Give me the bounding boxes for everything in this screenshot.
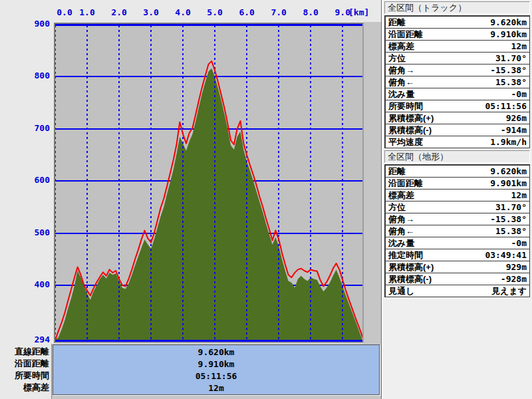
stat-label: 沈み量 — [388, 237, 414, 249]
stats-rows: 距離9.620km沿面距離9.901km標高差12m方位31.70°俯角→-15… — [384, 164, 530, 297]
summary-row-label: 直線距離 — [0, 346, 49, 358]
stat-value: 929m — [506, 262, 527, 272]
y-axis-tick-label: 600 — [0, 175, 50, 185]
stat-row: 沈み量-0m — [386, 88, 529, 100]
y-axis-tick-label: 700 — [0, 123, 50, 133]
elevation-profile-chart — [55, 24, 362, 342]
stat-row: 推定時間03:49:41 — [386, 249, 529, 261]
stats-section-title: 全区間（トラック） — [384, 1, 530, 14]
summary-panel: 9.620km9.910km05:11:5612m — [53, 344, 380, 395]
x-axis-tick-label: 7.0 — [271, 7, 286, 17]
chart-gutter — [364, 22, 382, 399]
summary-row-value: 12m — [53, 383, 379, 395]
stats-rows: 距離9.620km沿面距離9.910km標高差12m方位31.70°俯角→-15… — [384, 15, 530, 148]
stat-label: 沈み量 — [388, 88, 414, 100]
x-axis-tick-label: 8.0 — [303, 7, 318, 17]
stat-value: -928m — [501, 274, 527, 284]
stat-row: 累積標高(-)-928m — [386, 273, 529, 285]
stat-value: 12m — [511, 41, 527, 51]
stat-row: 方位31.70° — [386, 53, 529, 65]
stat-value: 9.901km — [490, 178, 527, 188]
stat-label: 沿面距離 — [388, 29, 423, 41]
stat-row: 平均速度1.9km/h — [386, 136, 529, 148]
stat-row: 標高差12m — [386, 41, 529, 53]
stat-value: 03:49:41 — [485, 250, 527, 260]
vertical-divider — [51, 344, 52, 399]
y-axis-tick-label: 400 — [0, 279, 50, 289]
stat-value: 31.70° — [495, 202, 527, 212]
stat-label: 俯角→ — [388, 65, 414, 76]
summary-row-value: 9.910km — [53, 359, 379, 371]
stat-value: 1.9km/h — [490, 137, 527, 147]
stat-label: 距離 — [388, 166, 406, 178]
x-axis-unit-label: [km] — [348, 7, 369, 17]
stat-row: 距離9.620km — [386, 166, 529, 178]
stat-label: 推定時間 — [388, 249, 423, 261]
stat-row: 距離9.620km — [386, 17, 529, 29]
elevation-profile-plot[interactable] — [54, 23, 364, 343]
stat-value: 926m — [506, 113, 527, 123]
stat-label: 累積標高(+) — [388, 261, 434, 273]
x-axis-tick-label: 4.0 — [175, 7, 190, 17]
stat-label: 俯角→ — [388, 213, 414, 225]
stat-label: 標高差 — [388, 41, 414, 53]
x-axis-tick-label: 3.0 — [143, 7, 158, 17]
stat-row: 俯角→-15.38° — [386, 65, 529, 76]
stat-row: 俯角←15.38° — [386, 76, 529, 88]
stat-row: 沈み量-0m — [386, 237, 529, 249]
stat-row: 所要時間05:11:56 — [386, 100, 529, 112]
y-axis-tick-label: 294 — [0, 334, 50, 344]
stat-row: 俯角←15.38° — [386, 225, 529, 237]
stat-label: 方位 — [388, 53, 406, 65]
chart-region: [km] 直線距離沿面距離所要時間標高差 9.620km9.910km05:11… — [0, 0, 382, 399]
stat-value: 見えます — [491, 285, 527, 297]
stat-value: -15.38° — [490, 65, 527, 75]
stat-value: 15.38° — [495, 226, 527, 236]
stat-row: 見通し見えます — [386, 285, 529, 297]
y-axis-tick-label: 500 — [0, 227, 50, 237]
stat-value: -0m — [511, 238, 527, 248]
stat-value: 9.620km — [490, 17, 527, 27]
stat-label: 方位 — [388, 201, 406, 213]
stat-row: 沿面距離9.901km — [386, 178, 529, 190]
stat-label: 所要時間 — [388, 100, 423, 112]
stats-side-panel: 全区間（トラック）距離9.620km沿面距離9.910km標高差12m方位31.… — [383, 0, 532, 399]
summary-row-label: 標高差 — [0, 382, 49, 394]
stat-value: 15.38° — [495, 77, 527, 87]
stat-row: 累積標高(-)-914m — [386, 124, 529, 136]
summary-row-label: 所要時間 — [0, 370, 49, 382]
summary-row-label: 沿面距離 — [0, 358, 49, 370]
stat-label: 距離 — [388, 17, 406, 29]
stat-label: 平均速度 — [388, 136, 423, 148]
stat-value: -15.38° — [490, 214, 527, 224]
stat-label: 累積標高(-) — [388, 273, 432, 285]
x-axis-tick-label: 1.0 — [79, 7, 94, 17]
y-axis-tick-label: 800 — [0, 70, 50, 80]
stat-value: -914m — [501, 125, 527, 135]
stat-row: 累積標高(+)929m — [386, 261, 529, 273]
stat-label: 見通し — [388, 285, 414, 297]
y-axis-tick-label: 900 — [0, 19, 50, 29]
stat-label: 標高差 — [388, 190, 414, 201]
stat-label: 俯角← — [388, 76, 414, 88]
stat-label: 俯角← — [388, 225, 414, 237]
stat-row: 標高差12m — [386, 190, 529, 201]
stat-row: 方位31.70° — [386, 201, 529, 213]
stat-value: -0m — [511, 89, 527, 99]
stats-section-title: 全区間（地形） — [384, 150, 530, 163]
stats-section: 全区間（地形）距離9.620km沿面距離9.901km標高差12m方位31.70… — [384, 150, 530, 297]
stat-value: 31.70° — [495, 53, 527, 63]
stat-value: 9.910km — [490, 29, 527, 39]
x-axis-tick-label: 6.0 — [239, 7, 254, 17]
stat-value: 12m — [511, 190, 527, 200]
stats-section: 全区間（トラック）距離9.620km沿面距離9.910km標高差12m方位31.… — [384, 1, 530, 148]
stat-row: 沿面距離9.910km — [386, 29, 529, 41]
x-axis-tick-label: 0.0 — [57, 7, 72, 17]
profile-window: [km] 直線距離沿面距離所要時間標高差 9.620km9.910km05:11… — [0, 0, 532, 399]
stat-row: 俯角→-15.38° — [386, 213, 529, 225]
stat-label: 累積標高(+) — [388, 112, 434, 124]
stat-row: 累積標高(+)926m — [386, 112, 529, 124]
x-axis-tick-label: 9.0 — [334, 7, 350, 17]
stat-value: 05:11:56 — [485, 101, 527, 111]
stat-value: 9.620km — [490, 166, 527, 176]
